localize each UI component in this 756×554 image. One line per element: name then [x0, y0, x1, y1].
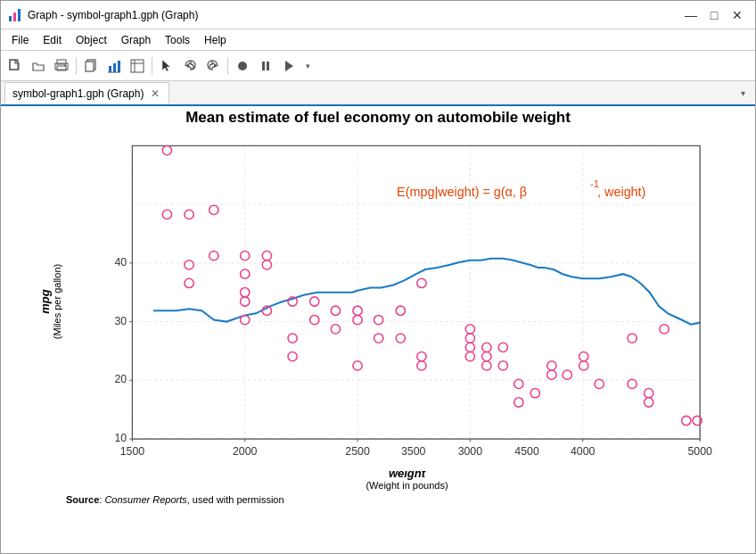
svg-rect-14: [131, 60, 144, 72]
app-icon: [8, 8, 22, 22]
new-button[interactable]: [4, 55, 26, 77]
open-button[interactable]: [28, 55, 49, 77]
tab-close-button[interactable]: ✕: [149, 87, 161, 100]
x-axis-sublabel: (Weight in pounds): [70, 480, 744, 491]
toolbar: ▾: [1, 51, 755, 81]
svg-rect-2: [18, 9, 21, 21]
svg-rect-1: [13, 12, 16, 21]
select-button[interactable]: [156, 55, 177, 77]
menu-edit[interactable]: Edit: [36, 32, 69, 48]
svg-text:20: 20: [115, 373, 127, 385]
tab-bar: symbol-graph1.gph (Graph) ✕ ▾: [1, 81, 755, 106]
graph-title: Mean estimate of fuel economy on automob…: [12, 109, 744, 127]
svg-text:10: 10: [115, 432, 127, 444]
separator-2: [152, 57, 152, 75]
svg-text:1500: 1500: [120, 445, 145, 458]
svg-rect-0: [9, 16, 12, 21]
tab-label: symbol-graph1.gph (Graph): [12, 87, 144, 100]
svg-text:5000: 5000: [687, 445, 712, 458]
svg-text:2000: 2000: [233, 445, 258, 458]
y-axis-sublabel: (Miles per gallon): [52, 264, 62, 339]
main-window: Graph - symbol-graph1.gph (Graph) — □ ✕ …: [0, 0, 756, 554]
graph-container: Mean estimate of fuel economy on automob…: [12, 109, 744, 550]
menu-graph[interactable]: Graph: [114, 32, 158, 48]
maximize-button[interactable]: □: [703, 6, 725, 24]
print-button[interactable]: [51, 55, 72, 77]
svg-rect-22: [267, 62, 269, 70]
edit-data-button[interactable]: [127, 55, 148, 77]
svg-rect-11: [113, 63, 116, 72]
menu-tools[interactable]: Tools: [158, 32, 197, 48]
source-text: Source: Consumer Reports, used with perm…: [12, 494, 744, 505]
svg-text:, weight): , weight): [597, 185, 645, 199]
menu-help[interactable]: Help: [197, 32, 234, 48]
svg-marker-23: [285, 61, 293, 71]
svg-text:2500: 2500: [345, 445, 370, 458]
svg-rect-12: [118, 61, 120, 72]
svg-text:E(mpg|weight) = g(α, β: E(mpg|weight) = g(α, β: [397, 185, 527, 199]
menu-bar: File Edit Object Graph Tools Help: [1, 29, 755, 51]
separator-1: [76, 57, 77, 75]
graph-area: Mean estimate of fuel economy on automob…: [1, 106, 755, 553]
svg-text:4000: 4000: [571, 445, 596, 458]
bar-chart-button[interactable]: [103, 55, 125, 77]
graph-tab[interactable]: symbol-graph1.gph (Graph) ✕: [4, 82, 169, 103]
record-button[interactable]: [232, 55, 253, 77]
svg-text:40: 40: [115, 256, 127, 269]
svg-text:3000: 3000: [458, 445, 483, 458]
svg-rect-21: [262, 62, 265, 70]
pause-button[interactable]: [255, 55, 276, 77]
play-button[interactable]: [278, 55, 300, 77]
svg-point-20: [238, 62, 247, 70]
svg-marker-17: [162, 60, 170, 71]
tab-dropdown-button[interactable]: ▾: [734, 82, 752, 103]
svg-point-7: [64, 64, 66, 66]
source-suffix: , used with permission: [187, 494, 284, 505]
window-title: Graph - symbol-graph1.gph (Graph): [28, 9, 198, 21]
undo-button[interactable]: [179, 55, 201, 77]
close-button[interactable]: ✕: [727, 6, 748, 24]
play-dropdown-button[interactable]: ▾: [301, 55, 314, 77]
minimize-button[interactable]: —: [680, 6, 702, 24]
source-name: Consumer Reports: [104, 494, 186, 505]
copy-button[interactable]: [80, 55, 102, 77]
svg-rect-10: [109, 66, 111, 72]
svg-text:3500: 3500: [401, 445, 426, 458]
title-bar: Graph - symbol-graph1.gph (Graph) — □ ✕: [1, 1, 755, 29]
source-label: Source: [66, 494, 99, 505]
separator-3: [227, 57, 228, 75]
menu-object[interactable]: Object: [69, 32, 114, 48]
y-axis-label: mpg: [38, 264, 52, 339]
title-controls: — □ ✕: [680, 6, 748, 24]
svg-text:30: 30: [115, 315, 127, 327]
svg-rect-9: [86, 62, 94, 71]
menu-file[interactable]: File: [4, 32, 36, 48]
svg-text:4500: 4500: [514, 445, 539, 458]
plot-area: 10 20 30 40 1500 2000 2500 30: [70, 132, 744, 471]
title-bar-left: Graph - symbol-graph1.gph (Graph): [8, 8, 198, 22]
redo-button[interactable]: [202, 55, 224, 77]
